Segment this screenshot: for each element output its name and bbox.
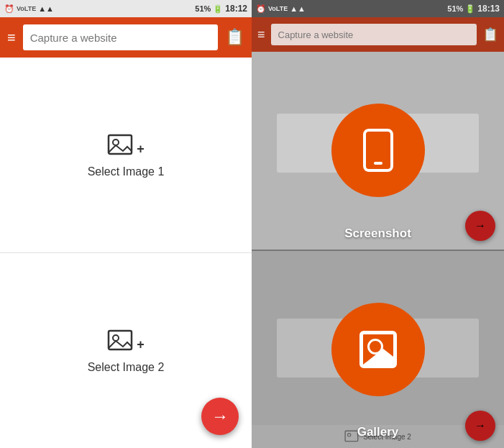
right-panel: ⏰ VoLTE ▲▲ 51% 🔋 18:13 ≡ 📋: [252, 0, 504, 448]
gallery-label: Gallery: [357, 425, 399, 439]
battery-icon: 🔋: [213, 4, 223, 14]
svg-rect-0: [109, 135, 132, 154]
toolbar-left: ≡ 📋: [0, 17, 252, 58]
gallery-circle: [331, 303, 425, 396]
status-right-icons: 51% 🔋 18:12: [195, 4, 247, 14]
slot2-icon-container: +: [107, 328, 145, 354]
next-fab-left[interactable]: →: [201, 398, 239, 435]
menu-icon[interactable]: ≡: [7, 29, 16, 46]
menu-icon-right[interactable]: ≡: [257, 27, 265, 42]
alarm-icon-right: ⏰: [256, 4, 266, 14]
search-bar-left[interactable]: [23, 24, 218, 50]
next-arrow-left: →: [211, 406, 229, 426]
photo-add-icon-1: [107, 132, 136, 158]
status-right-left-icons: ⏰ VoLTE ▲▲: [256, 4, 306, 14]
alarm-icon: ⏰: [4, 4, 14, 14]
status-left-icons: ⏰ VoLTE ▲▲: [4, 4, 54, 14]
photo-add-icon-2: [107, 328, 136, 354]
battery-icon-right: 🔋: [465, 4, 475, 14]
signal-icon: ▲▲: [38, 4, 54, 13]
toolbar-right: ≡ 📋: [252, 17, 504, 52]
svg-rect-2: [109, 331, 132, 349]
image-slot-2[interactable]: + Select Image 2 →: [0, 253, 252, 448]
volte-label: VoLTE: [17, 5, 36, 12]
screenshot-label: Screenshot: [344, 227, 411, 240]
screenshot-arrow: →: [475, 219, 486, 232]
search-input-right[interactable]: [278, 29, 469, 40]
phone-screenshot-icon: [363, 129, 393, 172]
slot1-icon-container: +: [107, 132, 145, 158]
slot1-label: Select Image 1: [88, 165, 165, 178]
gallery-option[interactable]: Gallery Select Image 2 →: [252, 251, 504, 449]
screenshot-option[interactable]: Select Image 1 Screenshot →: [252, 52, 504, 251]
time-display-left: 18:12: [225, 4, 247, 14]
battery-level: 51%: [195, 4, 211, 13]
gallery-mini-fab[interactable]: →: [465, 411, 495, 441]
volte-label-right: VoLTE: [268, 5, 288, 12]
screenshot-mini-fab[interactable]: →: [465, 211, 495, 241]
slot2-label: Select Image 2: [88, 361, 165, 374]
gallery-photo-icon: [359, 331, 397, 368]
signal-icon-right: ▲▲: [290, 4, 306, 13]
image-slot-1[interactable]: + Select Image 1: [0, 58, 252, 253]
left-panel: ⏰ VoLTE ▲▲ 51% 🔋 18:12 ≡ 📋 +: [0, 0, 252, 448]
status-bar-right: ⏰ VoLTE ▲▲ 51% 🔋 18:13: [252, 0, 504, 17]
time-display-right: 18:13: [477, 4, 500, 14]
battery-level-right: 51%: [447, 4, 463, 13]
clipboard-icon-left[interactable]: 📋: [225, 28, 244, 47]
search-input-left[interactable]: [30, 32, 211, 44]
gallery-arrow: →: [475, 419, 486, 432]
plus-symbol-1: +: [137, 142, 145, 157]
content-left: + Select Image 1 + Select Image 2 →: [0, 58, 252, 448]
status-right-right-icons: 51% 🔋 18:13: [447, 4, 500, 14]
search-bar-right[interactable]: [271, 24, 477, 45]
status-bar-left: ⏰ VoLTE ▲▲ 51% 🔋 18:12: [0, 0, 252, 17]
plus-symbol-2: +: [137, 337, 145, 352]
screenshot-circle: [331, 104, 425, 197]
clipboard-icon-right[interactable]: 📋: [482, 27, 498, 42]
right-content-area: Select Image 1 Screenshot →: [252, 52, 504, 448]
